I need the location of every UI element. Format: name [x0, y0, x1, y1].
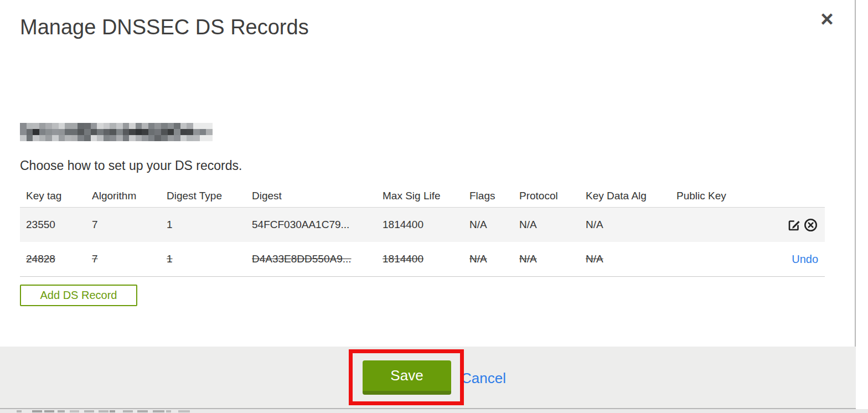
edit-record-icon[interactable] [786, 217, 802, 233]
column-header-max-sig-life: Max Sig Life [383, 190, 469, 202]
table-row: 23550 7 1 54FCF030AA1C79... 1814400 N/A … [20, 207, 825, 242]
screenshot-viewport: Manage DNSSEC DS Records × Choose how to… [0, 0, 868, 413]
column-header-digest: Digest [252, 190, 383, 202]
column-header-flags: Flags [469, 190, 519, 202]
cell-digest: 54FCF030AA1C79... [252, 219, 383, 231]
row-actions: Undo [774, 253, 825, 266]
cell-key-data-alg: N/A [586, 253, 676, 265]
cell-digest-type: 1 [167, 219, 252, 231]
cancel-link[interactable]: Cancel [461, 370, 506, 387]
column-header-algorithm: Algorithm [92, 190, 167, 202]
manage-dnssec-dialog: Manage DNSSEC DS Records × Choose how to… [0, 0, 856, 409]
cell-max-sig-life: 1814400 [383, 219, 469, 231]
column-header-protocol: Protocol [519, 190, 586, 202]
cell-key-data-alg: N/A [586, 219, 676, 231]
cell-protocol: N/A [519, 253, 586, 265]
table-row: 24828 7 1 D4A33E8DD550A9... 1814400 N/A … [20, 242, 825, 277]
cell-key-tag: 23550 [26, 219, 92, 231]
cell-protocol: N/A [519, 219, 586, 231]
column-header-public-key: Public Key [676, 190, 774, 202]
underlying-page-sliver [0, 409, 868, 413]
cell-flags: N/A [469, 219, 519, 231]
ds-records-table: Key tag Algorithm Digest Type Digest Max… [20, 184, 825, 277]
cell-max-sig-life: 1814400 [383, 253, 469, 265]
cell-digest-type: 1 [167, 253, 252, 265]
page-title: Manage DNSSEC DS Records [20, 16, 309, 39]
cell-digest: D4A33E8DD550A9... [252, 253, 383, 265]
cell-algorithm: 7 [92, 219, 167, 231]
column-header-key-tag: Key tag [26, 190, 92, 202]
cell-key-tag: 24828 [26, 253, 92, 265]
redacted-domain-name [20, 123, 213, 141]
column-header-key-data-alg: Key Data Alg [586, 190, 676, 202]
column-header-digest-type: Digest Type [167, 190, 252, 202]
subtitle-text: Choose how to set up your DS records. [20, 158, 242, 173]
row-actions [774, 217, 825, 233]
add-ds-record-button[interactable]: Add DS Record [20, 285, 137, 306]
save-button[interactable]: Save [363, 360, 451, 395]
undo-link[interactable]: Undo [792, 253, 818, 266]
cell-flags: N/A [469, 253, 519, 265]
table-header-row: Key tag Algorithm Digest Type Digest Max… [20, 184, 825, 207]
close-icon[interactable]: × [815, 7, 839, 31]
delete-record-icon[interactable] [803, 217, 818, 233]
cell-algorithm: 7 [92, 253, 167, 265]
